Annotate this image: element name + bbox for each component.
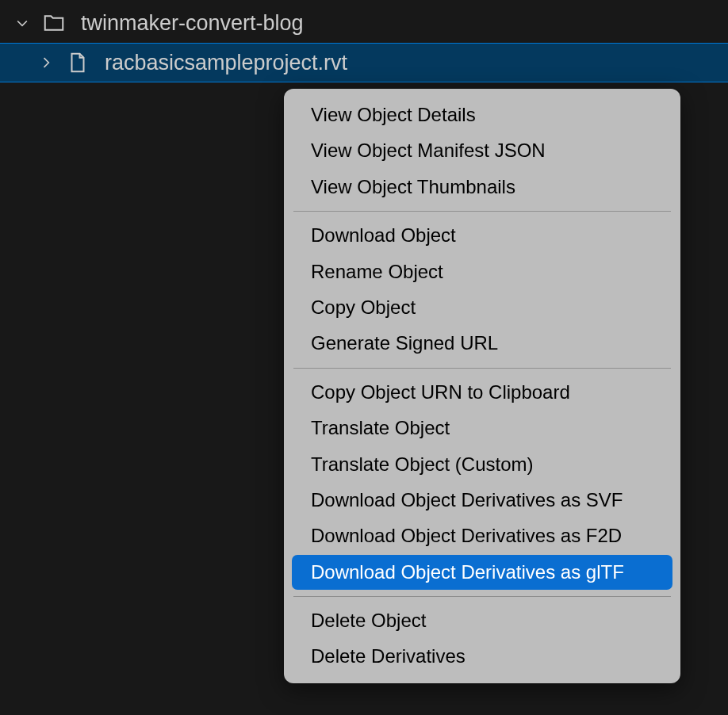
folder-label: twinmaker-convert-blog <box>81 11 304 36</box>
menu-item-copy-urn[interactable]: Copy Object URN to Clipboard <box>292 375 672 410</box>
menu-item-view-details[interactable]: View Object Details <box>292 98 672 132</box>
folder-icon <box>41 10 67 36</box>
menu-item-rename-object[interactable]: Rename Object <box>292 254 672 289</box>
chevron-right-icon[interactable] <box>35 52 57 74</box>
chevron-down-icon[interactable] <box>11 12 33 34</box>
menu-item-copy-object[interactable]: Copy Object <box>292 290 672 325</box>
menu-item-translate-custom[interactable]: Translate Object (Custom) <box>292 447 672 482</box>
menu-item-download-f2d[interactable]: Download Object Derivatives as F2D <box>292 518 672 553</box>
file-icon <box>65 50 90 75</box>
tree-folder-row[interactable]: twinmaker-convert-blog <box>0 3 728 43</box>
file-label: racbasicsampleproject.rvt <box>105 51 347 75</box>
menu-item-translate[interactable]: Translate Object <box>292 411 672 445</box>
menu-separator <box>293 211 671 212</box>
context-menu: View Object Details View Object Manifest… <box>284 89 680 683</box>
menu-item-delete-derivatives[interactable]: Delete Derivatives <box>292 639 672 674</box>
menu-item-view-thumbnails[interactable]: View Object Thumbnails <box>292 170 672 205</box>
file-tree: twinmaker-convert-blog racbasicsamplepro… <box>0 0 728 82</box>
menu-item-download-svf[interactable]: Download Object Derivatives as SVF <box>292 483 672 518</box>
tree-file-row[interactable]: racbasicsampleproject.rvt <box>0 43 728 82</box>
menu-item-generate-signed-url[interactable]: Generate Signed URL <box>292 326 672 361</box>
menu-item-download-object[interactable]: Download Object <box>292 218 672 253</box>
menu-separator <box>293 368 671 369</box>
menu-item-delete-object[interactable]: Delete Object <box>292 603 672 638</box>
menu-item-view-manifest[interactable]: View Object Manifest JSON <box>292 133 672 168</box>
menu-separator <box>293 596 671 597</box>
menu-item-download-gltf[interactable]: Download Object Derivatives as glTF <box>292 555 672 590</box>
